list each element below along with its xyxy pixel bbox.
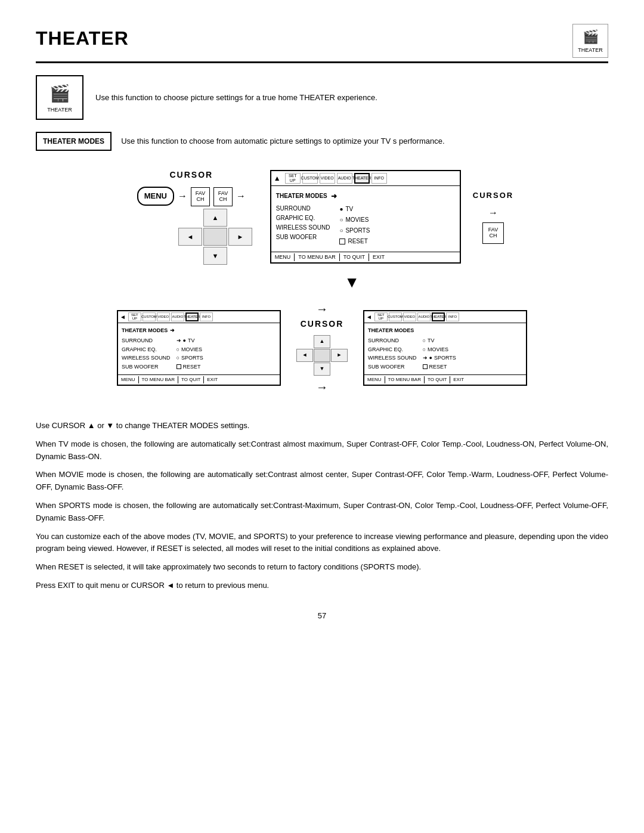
bottom-left-screen: ◄ SET UP CUSTOM VIDEO AUDIO THEATER INFO…	[117, 310, 281, 386]
right-cursor-panel: CURSOR → FAV CH	[473, 190, 513, 244]
bottom-right-screen: ◄ SET UP CUSTOM VIDEO AUDIO THEATER INFO…	[363, 310, 527, 386]
mid-dpad-down[interactable]: ▼	[314, 363, 330, 376]
br-tab-theater[interactable]: THEATER	[432, 312, 445, 321]
br-topbar: ◄ SET UP CUSTOM VIDEO AUDIO THEATER INFO	[364, 311, 526, 323]
bl-opt-sports: ○SPORTS	[177, 354, 203, 362]
fav-ch-left[interactable]: FAV CH	[191, 187, 210, 206]
tab-info[interactable]: INFO	[371, 173, 387, 184]
tab-audio[interactable]: AUDIO	[337, 173, 352, 184]
bl-tab-setup[interactable]: SET UP	[128, 312, 141, 321]
bl-topbar: ◄ SET UP CUSTOM VIDEO AUDIO THEATER INFO	[118, 311, 280, 323]
tab-custom[interactable]: CUSTOM	[302, 173, 318, 184]
dpad-up[interactable]: ▲	[203, 209, 227, 227]
mid-dpad-up[interactable]: ▲	[314, 335, 330, 348]
tab-setup[interactable]: SETUP	[285, 173, 301, 184]
br-modes-title: THEATER MODES	[368, 327, 522, 335]
mid-dpad: ▲ ◄ ► ▼	[296, 335, 348, 376]
br-wireless: WIRELESS SOUND	[368, 354, 417, 362]
br-tab-setup[interactable]: SET UP	[374, 312, 388, 321]
intro-text: Use this function to choose picture sett…	[95, 92, 377, 104]
br-surround: SURROUND	[368, 336, 417, 345]
option-movies: ○ MOVIES	[339, 215, 370, 225]
right-fav-ch[interactable]: FAV CH	[482, 222, 504, 244]
mid-dpad-left[interactable]: ◄	[296, 349, 313, 362]
top-cursor-label: CURSOR	[169, 169, 213, 181]
screen-col-left: SURROUND GRAPHIC EQ. WIRELESS SOUND SUB …	[276, 204, 330, 247]
top-screen-content: THEATER MODES ➜ SURROUND GRAPHIC EQ. WIR…	[271, 186, 460, 252]
bl-tab-audio[interactable]: AUDIO	[171, 312, 184, 321]
intro-section: 🎬 THEATER Use this function to choose pi…	[36, 75, 608, 120]
bl-wireless: WIRELESS SOUND	[122, 354, 171, 362]
desc-sports-mode: When SPORTS mode is chosen, the followin…	[36, 500, 608, 525]
desc-cursor-usage: Use CURSOR ▲ or ▼ to change THEATER MODE…	[36, 420, 608, 432]
fav-arrow-right: →	[236, 189, 246, 203]
mid-cursor-label: CURSOR	[301, 318, 344, 330]
page-number: 57	[36, 610, 608, 622]
bottom-menu: MENU	[271, 253, 295, 262]
page-header: THEATER 🎬 THEATER	[36, 24, 608, 63]
br-opt-sports: ➜●SPORTS	[423, 354, 456, 362]
desc-reset: When RESET is selected, it will take app…	[36, 561, 608, 574]
br-subwoofer: SUB WOOFER	[368, 363, 417, 371]
theater-icon-header: 🎬 THEATER	[572, 24, 608, 58]
top-screen-bottom-bar: MENU TO MENU BAR TO QUIT EXIT	[271, 252, 460, 263]
tab-theater-active[interactable]: THEATER	[354, 173, 370, 184]
bl-graphic-eq: GRAPHIC EQ.	[122, 345, 171, 354]
bl-content: THEATER MODES ➜ SURROUND GRAPHIC EQ. WIR…	[118, 323, 280, 374]
right-cursor-arrow: →	[488, 206, 498, 220]
dpad-left[interactable]: ◄	[178, 228, 202, 246]
menu-button[interactable]: MENU	[137, 187, 174, 206]
top-screen-topbar: ▲ SETUP CUSTOM VIDEO AUDIO THEATER INFO	[271, 171, 460, 186]
bl-col-left: SURROUND GRAPHIC EQ. WIRELESS SOUND SUB …	[122, 336, 171, 371]
bl-opt-reset: RESET	[177, 363, 203, 371]
bl-subwoofer: SUB WOOFER	[122, 363, 171, 371]
mid-dpad-right[interactable]: ►	[331, 349, 348, 362]
theater-box-label: THEATER	[47, 107, 72, 113]
option-tv: ● TV	[339, 204, 370, 215]
bl-tab-custom[interactable]: CUSTOM	[143, 312, 156, 321]
desc-exit: Press EXIT to quit menu or CURSOR ◄ to r…	[36, 580, 608, 592]
br-col-right: ○TV ○MOVIES ➜●SPORTS RESET	[423, 336, 456, 371]
fav-ch-right[interactable]: FAV CH	[213, 187, 233, 206]
item-surround: SURROUND	[276, 204, 330, 213]
bl-opt-tv: ➜●TV	[177, 336, 203, 345]
bl-opt-movies: ○MOVIES	[177, 345, 203, 354]
right-cursor-label: CURSOR	[473, 190, 513, 202]
screen-nav-up: ▲	[274, 173, 281, 184]
dpad-down[interactable]: ▼	[203, 247, 227, 265]
br-graphic-eq: GRAPHIC EQ.	[368, 345, 417, 354]
diagram-area: CURSOR MENU → FAV CH FAV CH →	[36, 169, 608, 396]
bottom-row: ◄ SET UP CUSTOM VIDEO AUDIO THEATER INFO…	[36, 300, 608, 396]
br-tab-audio[interactable]: AUDIO	[417, 312, 431, 321]
br-bottom-bar: MENU TO MENU BAR TO QUIT EXIT	[364, 374, 526, 385]
option-reset: RESET	[339, 236, 370, 247]
br-content: THEATER MODES SURROUND GRAPHIC EQ. WIREL…	[364, 323, 526, 374]
center-arrow-down: ▼	[36, 271, 608, 294]
desc-movie-mode: When MOVIE mode is chosen, the following…	[36, 469, 608, 494]
bl-two-cols: SURROUND GRAPHIC EQ. WIRELESS SOUND SUB …	[122, 336, 276, 371]
desc-customize: You can customize each of the above mode…	[36, 531, 608, 556]
br-tab-info[interactable]: INFO	[446, 312, 459, 321]
bottom-to-quit: TO QUIT	[340, 253, 369, 262]
bl-tab-theater[interactable]: THEATER	[185, 312, 199, 321]
dpad-right[interactable]: ►	[228, 228, 252, 246]
bl-tab-info[interactable]: INFO	[200, 312, 213, 321]
bl-surround: SURROUND	[122, 336, 171, 345]
left-control-panel: CURSOR MENU → FAV CH FAV CH →	[131, 169, 252, 265]
top-dpad: ▲ ◄ ► ▼	[178, 209, 252, 265]
br-opt-tv: ○TV	[423, 336, 456, 345]
theater-icon-symbol: 🎬	[575, 27, 605, 47]
theater-box-icon: 🎬 THEATER	[36, 75, 83, 120]
fav-keys: FAV CH FAV CH	[191, 187, 233, 206]
br-tab-video[interactable]: VIDEO	[403, 312, 416, 321]
bl-tab-video[interactable]: VIDEO	[157, 312, 170, 321]
bl-modes-title: THEATER MODES ➜	[122, 327, 276, 335]
top-screen-box: ▲ SETUP CUSTOM VIDEO AUDIO THEATER INFO …	[270, 170, 461, 264]
item-subwoofer: SUB WOOFER	[276, 233, 330, 242]
br-tab-custom[interactable]: CUSTOM	[389, 312, 402, 321]
br-opt-reset: RESET	[423, 363, 456, 371]
screen-two-cols: SURROUND GRAPHIC EQ. WIRELESS SOUND SUB …	[276, 204, 455, 247]
desc-tv-mode: When TV mode is chosen, the following ar…	[36, 438, 608, 463]
tab-video[interactable]: VIDEO	[320, 173, 335, 184]
theater-modes-label: THEATER MODES	[36, 132, 112, 151]
